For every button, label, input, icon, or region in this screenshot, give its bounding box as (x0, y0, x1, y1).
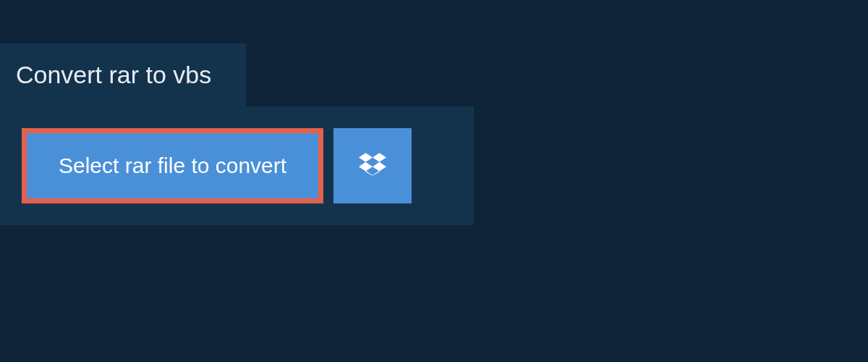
select-file-label: Select rar file to convert (59, 153, 286, 178)
button-row: Select rar file to convert (22, 128, 452, 203)
select-file-button[interactable]: Select rar file to convert (22, 128, 323, 203)
dropbox-icon (359, 151, 386, 181)
tab-header: Convert rar to vbs (0, 43, 246, 106)
upload-panel: Select rar file to convert (0, 106, 474, 225)
dropbox-button[interactable] (333, 128, 412, 203)
page-title: Convert rar to vbs (16, 61, 211, 89)
